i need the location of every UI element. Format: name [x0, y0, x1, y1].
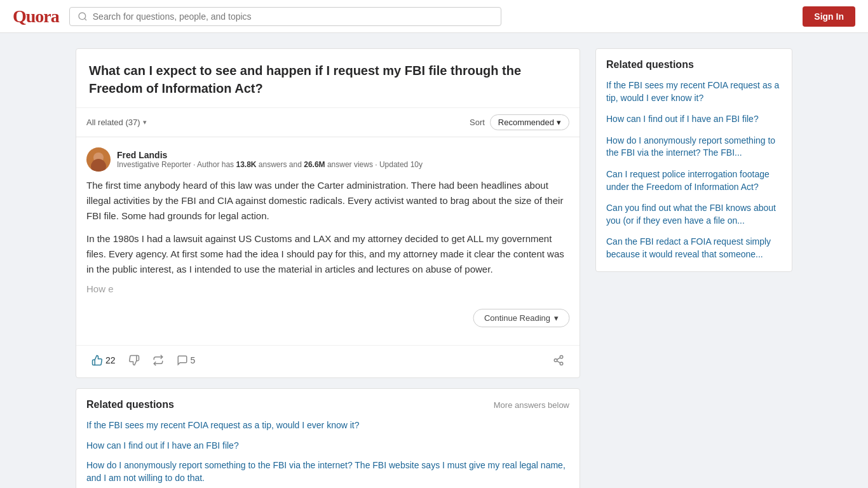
answer-paragraph-2: In the 1980s I had a lawsuit against US …	[86, 231, 569, 277]
answer-text: The first time anybody heard of this law…	[86, 178, 569, 277]
sort-bar: All related (37) ▾ Sort Recommended ▾	[76, 108, 580, 137]
sort-value: Recommended	[498, 118, 554, 127]
sidebar-link-1[interactable]: If the FBI sees my recent FOIA request a…	[606, 79, 782, 104]
page-container: What can I expect to see and happen if I…	[65, 33, 803, 488]
sidebar-link-4[interactable]: Can I request police interrogation foota…	[606, 168, 782, 193]
sort-dropdown[interactable]: Recommended ▾	[490, 114, 569, 130]
upvote-icon	[92, 355, 103, 366]
sidebar-link-6[interactable]: Can the FBI redact a FOIA request simply…	[606, 236, 782, 261]
chevron-down-icon: ▾	[554, 313, 559, 323]
search-bar[interactable]	[69, 7, 501, 26]
sidebar-link-2[interactable]: How can I find out if I have an FBI file…	[606, 113, 782, 126]
continue-reading-container: Continue Reading ▾	[86, 304, 569, 332]
comment-button[interactable]: 5	[172, 351, 201, 370]
comment-count: 5	[191, 355, 196, 365]
header-right: Sign In	[803, 6, 855, 27]
author-role: Investigative Reporter	[117, 160, 191, 169]
all-related-label: All related (37)	[86, 118, 140, 127]
action-bar: 22	[76, 345, 580, 377]
upvote-button[interactable]: 22	[86, 351, 121, 370]
svg-line-1	[85, 18, 86, 20]
comment-icon	[177, 355, 188, 366]
search-icon	[78, 11, 88, 22]
sidebar: Related questions If the FBI sees my rec…	[595, 48, 792, 488]
avatar	[86, 147, 111, 172]
main-column: What can I expect to see and happen if I…	[76, 48, 580, 488]
sidebar-card: Related questions If the FBI sees my rec…	[595, 48, 792, 272]
downvote-icon	[128, 355, 140, 366]
header: Quora Sign In	[0, 0, 868, 33]
author-info: Fred Landis Investigative Reporter · Aut…	[117, 150, 569, 169]
share-button[interactable]	[548, 351, 569, 370]
more-answers-below: More answers below	[494, 400, 569, 410]
continue-reading-button[interactable]: Continue Reading ▾	[473, 309, 569, 327]
related-questions-main-card: Related questions More answers below If …	[76, 388, 580, 488]
svg-line-5	[557, 361, 560, 363]
sidebar-link-5[interactable]: Can you find out what the FBI knows abou…	[606, 202, 782, 227]
sort-label: Sort	[470, 118, 485, 127]
related-link-3[interactable]: How do I anonymously report something to…	[86, 459, 569, 484]
quora-logo: Quora	[13, 6, 59, 27]
share-icon	[553, 355, 564, 366]
author-updated: 10y	[410, 160, 423, 169]
continue-reading-label: Continue Reading	[484, 313, 550, 323]
related-questions-main-header: Related questions More answers below	[86, 399, 569, 410]
author-answers: 13.8K	[236, 160, 256, 169]
sidebar-related-questions-title: Related questions	[606, 59, 782, 71]
related-questions-main-title: Related questions	[86, 399, 174, 410]
related-link-2[interactable]: How can I find out if I have an FBI file…	[86, 440, 569, 452]
downvote-button[interactable]	[123, 351, 145, 370]
upvote-count: 22	[105, 355, 116, 365]
reshare-button[interactable]	[147, 351, 169, 370]
author-name[interactable]: Fred Landis	[117, 150, 569, 160]
chevron-down-icon: ▾	[143, 118, 147, 126]
sort-right: Sort Recommended ▾	[470, 114, 569, 130]
all-related-dropdown[interactable]: All related (37) ▾	[86, 118, 147, 127]
reshare-icon	[153, 355, 164, 366]
search-input[interactable]	[93, 11, 493, 22]
svg-point-4	[560, 362, 563, 365]
author-views: 26.6M	[304, 160, 325, 169]
sign-in-button[interactable]: Sign In	[803, 6, 855, 27]
answer-paragraph-1: The first time anybody heard of this law…	[86, 178, 569, 224]
answer-fade: How e	[86, 283, 569, 299]
author-meta: Investigative Reporter · Author has 13.8…	[117, 160, 569, 169]
sidebar-link-3[interactable]: How do I anonymously report something to…	[606, 135, 782, 159]
chevron-down-icon: ▾	[557, 118, 561, 127]
svg-point-2	[560, 356, 563, 359]
svg-point-0	[79, 13, 86, 20]
svg-line-6	[557, 358, 560, 360]
question-card: What can I expect to see and happen if I…	[76, 48, 580, 378]
question-title: What can I expect to see and happen if I…	[76, 49, 580, 108]
svg-point-3	[554, 359, 557, 362]
related-link-1[interactable]: If the FBI sees my recent FOIA request a…	[86, 419, 569, 432]
author-row: Fred Landis Investigative Reporter · Aut…	[86, 147, 569, 172]
answer-card: Fred Landis Investigative Reporter · Aut…	[76, 137, 580, 345]
